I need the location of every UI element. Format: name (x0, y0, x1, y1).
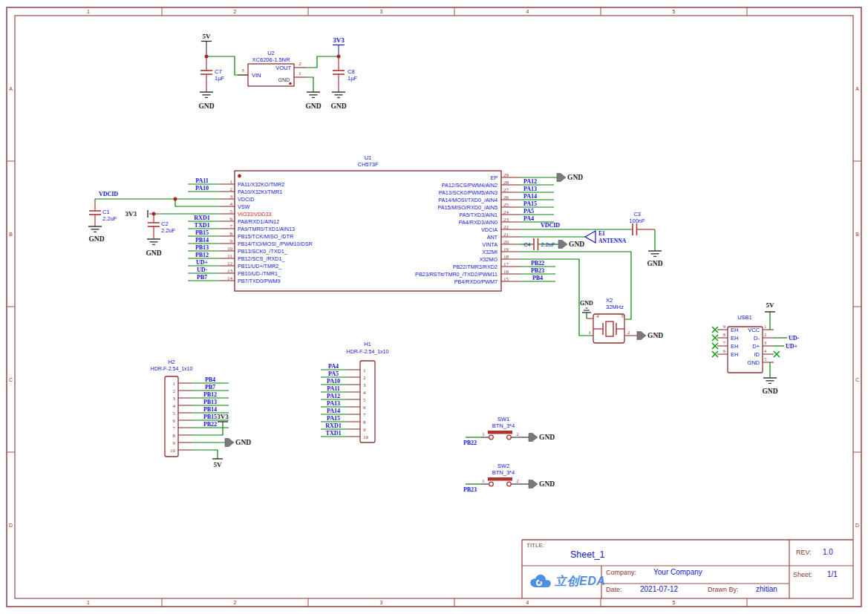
power-label: 5V (766, 301, 775, 309)
pin-name: PB15/TCK/MISO_/DTR (238, 233, 293, 240)
gnd-label: GND (569, 241, 584, 248)
pin-number: 4 (230, 201, 233, 207)
pin-number: 22 (503, 224, 509, 230)
button-sw1[interactable]: SW1BTN_3*4PB2212GND (463, 416, 555, 446)
pin-number: 23 (503, 217, 509, 223)
net-label: PA5 (523, 208, 534, 215)
cap-value: 2.2uF (541, 241, 555, 248)
component-ref: X2 (606, 297, 613, 304)
h2-body[interactable] (165, 376, 178, 457)
pin-name: VIN (252, 72, 261, 79)
pin-number: 24 (503, 209, 509, 215)
pin-number: 1 (230, 179, 233, 185)
pin-name: PB7/TXD0/PWM9 (238, 278, 281, 284)
schematic-canvas[interactable]: 1122334455AABBCCDD5VC71µFGNDU2XC6206-1.5… (0, 0, 868, 614)
gnd-label: GND (762, 388, 777, 395)
frame-column-label: 1 (87, 9, 90, 14)
pin-number: 3 (621, 313, 624, 319)
pin-number: 20 (503, 239, 509, 245)
pin-name: D+ (752, 343, 760, 350)
pin-number: 9 (723, 324, 725, 329)
usb-connector[interactable]: USB11VCC5V2D-UD-3D+UD+4ID5GNDGND9EH8EH7E… (712, 301, 800, 395)
net-label: PB14 (203, 406, 217, 413)
pin-number: 7 (723, 340, 726, 345)
net-label: PB22 (463, 440, 477, 446)
net-label: PB15 (203, 414, 217, 420)
pin-number: 14 (227, 275, 233, 281)
pin-number: 1 (173, 381, 176, 387)
cap-value: 2.2uF (102, 215, 117, 222)
wire (307, 77, 313, 92)
gnd-flag-icon (637, 332, 646, 340)
pin-number: 11 (227, 253, 232, 259)
net-label: UD+ (786, 343, 798, 350)
header-h2[interactable]: H2HDR-F-2.54_1x101PB42PB73PB124PB135PB14… (151, 359, 252, 468)
usb1-body[interactable] (728, 327, 763, 373)
component-ref: USB1 (737, 314, 752, 321)
pin-number: 5 (363, 397, 366, 403)
net-label: VDCID (99, 191, 118, 197)
pin-number: 2 (173, 388, 176, 394)
pin-name: VDCID (238, 196, 254, 203)
component-value: HDR-F-2.54_1x10 (347, 349, 389, 355)
frame-column-label: 4 (526, 600, 529, 605)
component-value: XC6206-1.5NR (252, 56, 290, 63)
power-label: 5V (214, 461, 223, 468)
gnd-flag-icon (529, 480, 538, 489)
net-label: ANTENNA (598, 238, 627, 244)
pin-number: 7 (173, 425, 176, 431)
cap-ref: C8 (347, 68, 355, 75)
wire (175, 199, 220, 206)
pin-number: 7 (363, 412, 366, 418)
cap-ref: C2 (161, 221, 169, 227)
frame-row-label: D (855, 523, 859, 528)
pin-number: 18 (503, 254, 509, 260)
pin-number: 6 (363, 405, 366, 411)
frame-column-label: 2 (234, 9, 237, 14)
schematic-sheet[interactable]: 1122334455AABBCCDD5VC71µFGNDU2XC6206-1.5… (0, 0, 868, 614)
component-ref: SW2 (497, 463, 509, 469)
pin-number: 3 (241, 68, 244, 74)
pin-number: 25 (503, 202, 509, 208)
pin-number: 4 (363, 390, 366, 396)
pin-number: 3 (230, 194, 233, 200)
pin-name: PA11/X32KO/TMR2 (238, 181, 284, 188)
button-cap[interactable] (488, 477, 512, 481)
cap-ref: C7 (215, 68, 222, 75)
pin-name: PA8/RXD1/AIN12 (238, 218, 279, 225)
pin-name: PB11/UD+/TMR2_ (238, 263, 282, 270)
pin-name: VIO33/VDD33 (238, 211, 272, 218)
net-label: PB13 (195, 244, 209, 251)
pin-number: 6 (723, 348, 726, 353)
net-label: PA12 (523, 178, 537, 185)
pin-name: PA4/RXD3/AIN0 (459, 219, 497, 226)
crystal-x2[interactable]: X232MHzGNDGND4312 (580, 297, 663, 343)
component-value: BTN_3*4 (492, 422, 515, 429)
component-ref: H2 (168, 359, 175, 365)
pin-number: 6 (230, 216, 233, 222)
net-label: TXD1 (195, 222, 210, 229)
pin-number: 5 (230, 209, 233, 215)
cap-value: 1µF (347, 75, 357, 82)
net-label: RXD1 (194, 215, 209, 221)
power-label: 3V3 (217, 413, 229, 420)
net-label: RXD1 (325, 422, 341, 429)
net-label: PB22 (203, 421, 217, 428)
gnd-label: GND (580, 300, 593, 307)
gnd-label: GND (539, 480, 555, 488)
gnd-label: GND (647, 260, 662, 267)
power-label: 5V (203, 33, 212, 40)
frame-column-label: 4 (526, 9, 529, 14)
mcu-u1[interactable]: U1CH573F1PA11/X32KO/TMR2PA112PA10/X32KI/… (88, 154, 663, 336)
h1-body[interactable] (360, 361, 375, 442)
pin-number: 15 (503, 276, 509, 282)
pin-name: PA5/TXD3/AIN1 (460, 212, 497, 218)
button-cap[interactable] (488, 431, 512, 434)
button-sw2[interactable]: SW2BTN_3*4PB2312GND (463, 463, 555, 493)
header-h1[interactable]: H1HDR-F-2.54_1x101PA42PA53PA104PA115PA12… (321, 341, 389, 442)
pin-number: 2 (516, 478, 519, 484)
pin-name: PA12/SCS/PWM4/AIN2 (442, 182, 497, 189)
frame-column-label: 3 (380, 9, 383, 14)
voltage-regulator-circuit[interactable]: 5VC71µFGNDU2XC6206-1.5NR3VIN2VOUT1GNDGND… (198, 33, 357, 110)
pin-name: D- (754, 335, 760, 342)
